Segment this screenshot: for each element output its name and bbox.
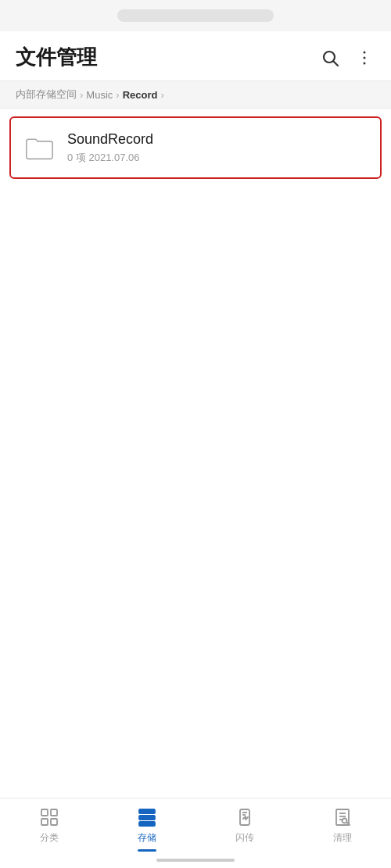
folder-meta: 0 项 2021.07.06 bbox=[67, 151, 369, 165]
svg-point-19 bbox=[342, 819, 346, 823]
breadcrumb: 内部存储空间 › Music › Record › bbox=[0, 80, 391, 109]
breadcrumb-item-storage[interactable]: 内部存储空间 bbox=[16, 88, 77, 102]
nav-active-indicator bbox=[138, 849, 156, 852]
nav-item-category[interactable]: 分类 bbox=[0, 806, 98, 845]
nav-label-storage: 存储 bbox=[138, 831, 156, 845]
svg-point-3 bbox=[364, 56, 366, 59]
svg-rect-7 bbox=[41, 819, 48, 825]
header-actions bbox=[319, 47, 375, 69]
status-bar bbox=[0, 0, 391, 31]
svg-rect-5 bbox=[41, 809, 48, 816]
nav-label-category: 分类 bbox=[40, 831, 59, 845]
category-icon bbox=[38, 806, 60, 828]
folder-name: SoundRecord bbox=[67, 131, 369, 148]
nav-item-storage[interactable]: 存储 bbox=[98, 806, 196, 852]
clean-icon bbox=[332, 806, 353, 828]
flash-icon bbox=[234, 806, 256, 828]
svg-point-4 bbox=[364, 62, 366, 64]
nav-item-flash[interactable]: 闪传 bbox=[196, 806, 293, 845]
search-button[interactable] bbox=[319, 47, 341, 69]
nav-item-clean[interactable]: 清理 bbox=[293, 806, 391, 845]
svg-point-2 bbox=[364, 51, 366, 53]
folder-item-soundrecord[interactable]: SoundRecord 0 项 2021.07.06 bbox=[13, 120, 378, 176]
svg-rect-8 bbox=[51, 819, 57, 825]
more-button[interactable] bbox=[353, 47, 375, 69]
nav-label-clean: 清理 bbox=[333, 831, 352, 845]
header: 文件管理 bbox=[0, 31, 391, 80]
svg-line-1 bbox=[334, 61, 339, 66]
svg-rect-9 bbox=[139, 809, 155, 813]
file-list: SoundRecord 0 项 2021.07.06 bbox=[0, 109, 391, 798]
bottom-home-indicator bbox=[156, 859, 235, 862]
svg-rect-6 bbox=[51, 809, 57, 816]
svg-rect-10 bbox=[139, 816, 155, 820]
breadcrumb-item-music[interactable]: Music bbox=[86, 89, 113, 101]
breadcrumb-item-record[interactable]: Record bbox=[123, 89, 158, 101]
bottom-navigation: 分类 存储 闪传 bbox=[0, 798, 391, 868]
folder-highlight-border: SoundRecord 0 项 2021.07.06 bbox=[9, 116, 382, 179]
app-title: 文件管理 bbox=[16, 44, 97, 71]
folder-info: SoundRecord 0 项 2021.07.06 bbox=[67, 131, 369, 165]
svg-rect-11 bbox=[139, 822, 155, 826]
breadcrumb-sep-1: › bbox=[80, 89, 83, 101]
folder-icon bbox=[22, 130, 56, 165]
storage-icon bbox=[136, 806, 158, 828]
breadcrumb-sep-2: › bbox=[116, 89, 119, 101]
nav-label-flash: 闪传 bbox=[235, 831, 254, 845]
status-bar-placeholder bbox=[117, 9, 274, 22]
breadcrumb-sep-3: › bbox=[160, 89, 163, 101]
